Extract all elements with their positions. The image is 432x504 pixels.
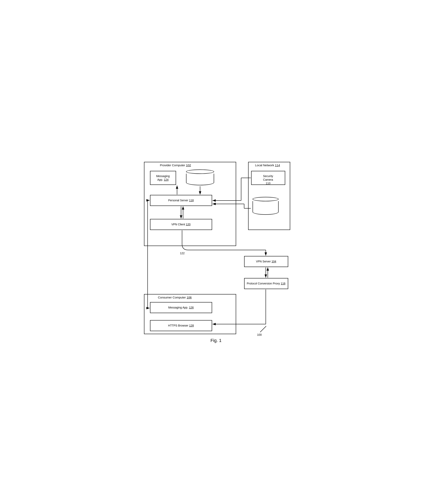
svg-line-22 [260,326,266,332]
vpn-server-104-box: VPN Server 104 [244,256,288,267]
provider-computer-label: Provider Computer 102 [160,163,191,167]
messaging-app-124-box: Messaging App. 124 [150,171,176,185]
network-storage-112: Network Storage 112 [252,197,279,215]
protocol-conversion-116-box: Protocol Conversion Proxy 116 [244,278,288,289]
personal-server-118-box: Personal Server 118 [150,195,212,206]
local-network-label: Local Network 114 [255,163,280,167]
label-100: 100 [257,333,262,336]
consumer-computer-label: Consumer Computer 106 [158,296,192,299]
security-camera-110-box: Security Camera 110 [251,171,285,185]
messaging-app-126-box: Messaging App. 126 [150,302,212,313]
content-files-108: Content Files 108 [186,170,214,186]
diagram: Provider Computer 102 Messaging App. 124… [138,158,294,346]
https-browser-128-box: HTTPS Browser 128 [150,320,212,331]
figure-label: Fig. 1 [210,338,222,343]
messaging-app-124-label: Messaging App. 124 [156,174,170,181]
vpn-client-120-box: VPN Client 120 [150,219,212,230]
label-122: 122 [180,252,185,255]
